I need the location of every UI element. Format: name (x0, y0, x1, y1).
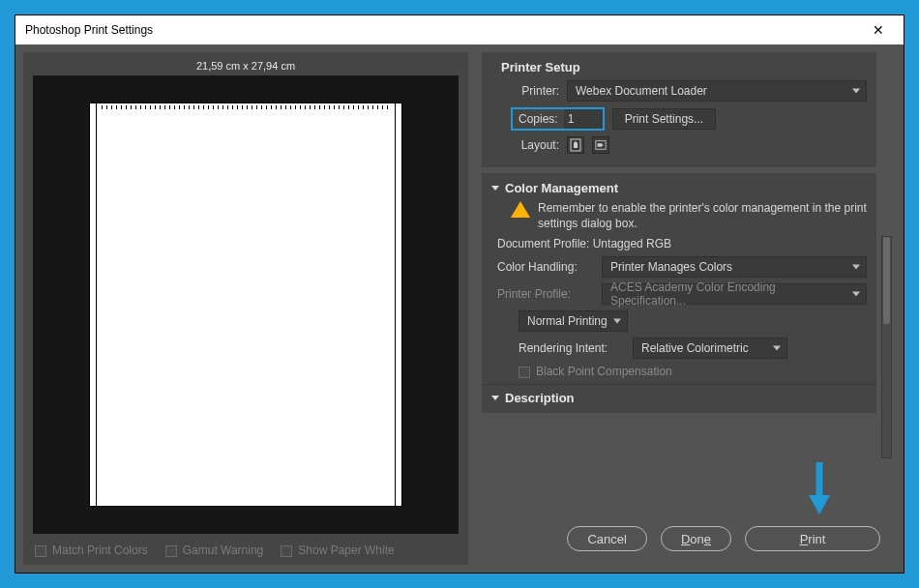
color-handling-select[interactable]: Printer Manages Colors (602, 256, 867, 278)
scrollbar[interactable] (881, 236, 892, 458)
copies-input[interactable] (564, 109, 603, 129)
rendering-intent-select[interactable]: Relative Colorimetric (633, 338, 787, 359)
chevron-down-icon (491, 186, 499, 191)
preview-options: Match Print Colors Gamut Warning Show Pa… (33, 534, 459, 557)
paper-preview (89, 103, 402, 507)
color-reminder: Remember to enable the printer's color m… (538, 201, 867, 231)
black-point-checkbox: Black Point Compensation (519, 365, 672, 378)
printer-select[interactable]: Webex Document Loader (567, 80, 867, 102)
done-button[interactable]: Done (661, 526, 731, 551)
color-management-header[interactable]: Color Management (491, 181, 867, 195)
titlebar: Photoshop Print Settings ✕ (15, 15, 904, 44)
copies-field[interactable]: Copies: (511, 107, 605, 131)
annotation-arrow-icon (805, 460, 834, 518)
preview-panel: 21,59 cm x 27,94 cm Match Print Colors G… (23, 52, 468, 565)
document-profile: Document Profile: Untagged RGB (491, 237, 867, 250)
printer-profile-select: ACES Academy Color Encoding Specificatio… (602, 283, 867, 305)
show-paper-white-checkbox[interactable]: Show Paper White (281, 544, 394, 557)
window-title: Photoshop Print Settings (25, 23, 153, 37)
printer-label: Printer: (511, 84, 559, 98)
preview-area (33, 75, 459, 534)
printing-mode-select[interactable]: Normal Printing (519, 310, 628, 332)
printer-setup-section: Printer Setup Printer: Webex Document Lo… (482, 52, 876, 167)
preview-dimensions: 21,59 cm x 27,94 cm (33, 60, 459, 75)
description-header[interactable]: Description (491, 391, 867, 405)
print-settings-dialog: Photoshop Print Settings ✕ 21,59 cm x 27… (15, 15, 904, 573)
match-print-colors-checkbox[interactable]: Match Print Colors (35, 544, 148, 557)
dialog-body: 21,59 cm x 27,94 cm Match Print Colors G… (15, 44, 904, 573)
gamut-warning-checkbox[interactable]: Gamut Warning (165, 544, 264, 557)
cancel-button[interactable]: Cancel (567, 526, 646, 551)
close-icon[interactable]: ✕ (863, 18, 894, 42)
printer-profile-label: Printer Profile: (497, 287, 594, 301)
settings-panel: Printer Setup Printer: Webex Document Lo… (476, 52, 896, 565)
chevron-down-icon (491, 396, 499, 400)
color-management-section: Color Management Remember to enable the … (482, 173, 876, 413)
layout-portrait-icon[interactable] (567, 136, 584, 154)
dialog-footer: Cancel Done Print (476, 516, 896, 565)
printer-setup-title: Printer Setup (491, 60, 867, 74)
settings-scroll: Printer Setup Printer: Webex Document Lo… (476, 52, 896, 516)
warning-icon (511, 201, 530, 218)
layout-label: Layout: (511, 138, 559, 152)
scrollbar-thumb[interactable] (883, 237, 890, 324)
layout-landscape-icon[interactable] (592, 136, 609, 154)
rendering-intent-label: Rendering Intent: (519, 341, 625, 355)
print-button[interactable]: Print (745, 526, 880, 551)
print-settings-button[interactable]: Print Settings... (612, 108, 716, 130)
color-handling-label: Color Handling: (497, 260, 594, 274)
